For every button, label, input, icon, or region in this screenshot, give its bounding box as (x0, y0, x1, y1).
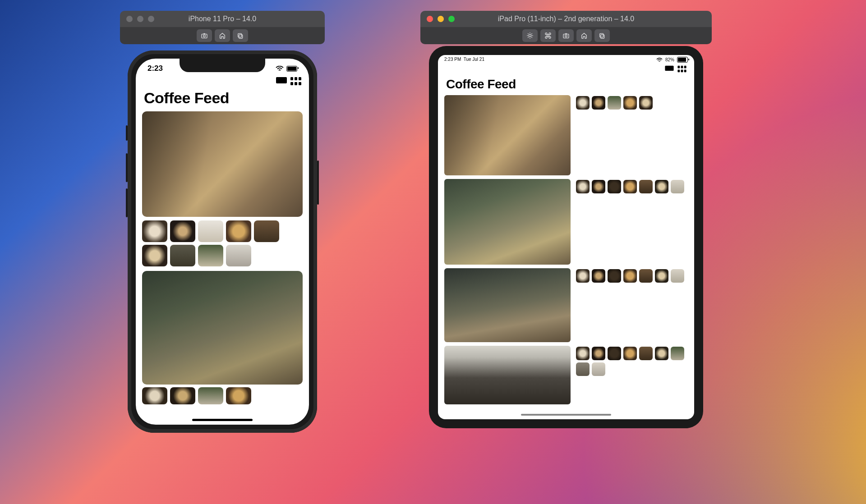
battery-icon (286, 66, 297, 72)
thumbnail-image[interactable] (608, 180, 621, 193)
feed-hero-image[interactable] (444, 268, 571, 342)
thumbnail-image[interactable] (671, 180, 684, 193)
thumbnail-image[interactable] (592, 347, 605, 360)
thumbnail-image[interactable] (576, 269, 590, 283)
thumbnail-image[interactable] (576, 180, 590, 193)
svg-rect-4 (276, 77, 287, 83)
screenshot-button[interactable] (197, 29, 212, 42)
feed-thumbnails (142, 220, 303, 266)
ipad-feed[interactable] (438, 95, 694, 419)
feed-hero-image[interactable] (444, 95, 571, 175)
thumbnail-image[interactable] (655, 347, 668, 360)
iphone-status-bar: 2:23 (136, 59, 309, 74)
thumbnail-image[interactable] (226, 387, 251, 404)
home-button[interactable] (215, 29, 230, 42)
thumbnail-image[interactable] (623, 96, 637, 110)
window-title: iPhone 11 Pro – 14.0 (189, 15, 256, 23)
thumbnail-image[interactable] (170, 245, 195, 266)
iphone-titlebar[interactable]: iPhone 11 Pro – 14.0 (120, 11, 325, 27)
feed-hero-image[interactable] (444, 179, 571, 265)
svg-rect-25 (684, 66, 686, 69)
thumbnail-image[interactable] (198, 387, 223, 404)
ipad-titlebar[interactable]: iPad Pro (11-inch) – 2nd generation – 14… (420, 11, 712, 27)
list-layout-button[interactable] (664, 65, 674, 74)
thumbnail-image[interactable] (671, 347, 684, 360)
thumbnail-image[interactable] (142, 387, 167, 404)
grid-layout-icon (290, 77, 302, 86)
thumbnail-image[interactable] (623, 180, 637, 193)
svg-rect-27 (681, 70, 683, 73)
thumbnail-image[interactable] (142, 220, 167, 242)
feed-thumbnails (142, 387, 303, 404)
thumbnail-image[interactable] (198, 245, 223, 266)
thumbnail-image[interactable] (254, 220, 279, 242)
feed-hero-image[interactable] (142, 111, 303, 217)
zoom-window-button[interactable] (448, 16, 455, 22)
thumbnail-image[interactable] (576, 362, 590, 376)
thumbnail-image[interactable] (623, 269, 637, 283)
minimize-window-button[interactable] (137, 16, 143, 22)
thumbnail-image[interactable] (639, 180, 653, 193)
thumbnail-image[interactable] (639, 96, 653, 110)
grid-layout-button[interactable] (290, 77, 302, 87)
iphone-screen[interactable]: 2:23 Coffee Feed (136, 59, 309, 425)
thumbnail-image[interactable] (170, 387, 195, 404)
feed-hero-image[interactable] (444, 346, 571, 404)
thumbnail-image[interactable] (671, 269, 684, 283)
home-indicator[interactable] (192, 419, 253, 421)
thumbnail-image[interactable] (592, 269, 605, 283)
list-layout-button[interactable] (276, 77, 287, 87)
page-title: Coffee Feed (136, 88, 309, 111)
thumbnail-image[interactable] (608, 347, 621, 360)
grid-layout-button[interactable] (677, 65, 687, 74)
thumbnail-image[interactable] (639, 347, 653, 360)
share-icon (237, 32, 244, 39)
svg-rect-8 (290, 77, 293, 80)
svg-rect-17 (601, 35, 604, 38)
ipad-simulator-toolbar (420, 27, 712, 44)
iphone-feed[interactable] (136, 111, 309, 409)
thumbnail-image[interactable] (592, 96, 605, 110)
close-window-button[interactable] (126, 16, 133, 22)
thumbnail-image[interactable] (226, 220, 251, 242)
minimize-window-button[interactable] (438, 16, 444, 22)
wifi-icon (656, 58, 663, 62)
screenshot-button[interactable] (558, 29, 574, 42)
nav-buttons (438, 63, 694, 75)
share-icon (599, 32, 606, 39)
thumbnail-image[interactable] (608, 269, 621, 283)
thumbnail-image[interactable] (623, 347, 637, 360)
thumbnail-image[interactable] (655, 180, 668, 193)
thumbnail-image[interactable] (198, 220, 223, 242)
svg-rect-24 (681, 66, 683, 69)
share-button[interactable] (594, 29, 610, 42)
share-button[interactable] (233, 29, 248, 42)
thumbnail-image[interactable] (608, 96, 621, 110)
feed-hero-image[interactable] (142, 271, 303, 385)
close-window-button[interactable] (427, 16, 433, 22)
feed-row (444, 268, 688, 342)
thumbnail-image[interactable] (576, 96, 590, 110)
home-button[interactable] (576, 29, 592, 42)
camera-icon (562, 32, 570, 39)
thumbnail-image[interactable] (655, 269, 668, 283)
feed-row (444, 179, 688, 265)
zoom-window-button[interactable] (148, 16, 154, 22)
thumbnail-image[interactable] (170, 220, 195, 242)
ipad-screen[interactable]: 2:23 PM Tue Jul 21 82% Coffee Feed (438, 55, 694, 419)
thumbnail-image[interactable] (639, 269, 653, 283)
command-button[interactable] (540, 29, 556, 42)
appearance-button[interactable] (522, 29, 538, 42)
home-indicator[interactable] (521, 414, 611, 416)
feed-thumbnails (576, 346, 688, 404)
thumbnail-image[interactable] (576, 347, 590, 360)
feed-thumbnails (576, 179, 688, 265)
svg-point-14 (529, 34, 531, 37)
nav-buttons (136, 74, 309, 88)
battery-icon (677, 57, 688, 63)
thumbnail-image[interactable] (592, 180, 605, 193)
thumbnail-image[interactable] (142, 245, 167, 266)
thumbnail-image[interactable] (592, 362, 605, 376)
thumbnail-image[interactable] (226, 245, 251, 266)
svg-rect-23 (677, 66, 680, 69)
